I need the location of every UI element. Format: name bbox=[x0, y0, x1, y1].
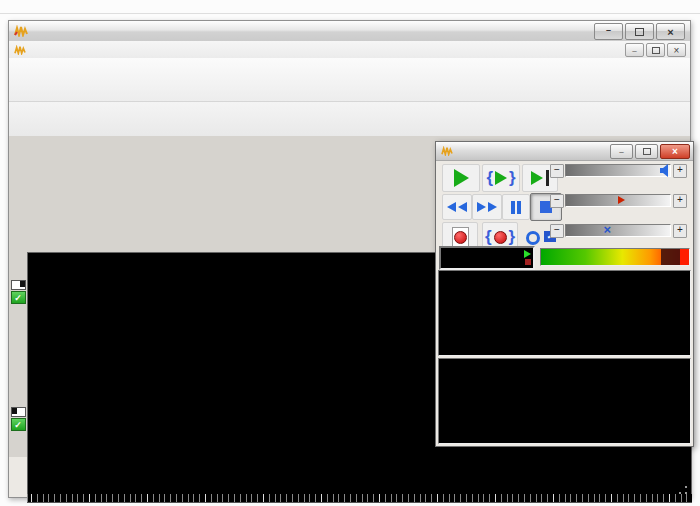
close-button[interactable] bbox=[656, 23, 685, 40]
play-selection-button[interactable]: {} bbox=[482, 164, 520, 192]
channel-2-fader[interactable] bbox=[11, 407, 26, 417]
speed-slider[interactable]: × bbox=[565, 224, 671, 237]
time-display bbox=[439, 246, 535, 270]
menu-bar bbox=[9, 41, 690, 59]
playback-status-icons bbox=[524, 250, 531, 265]
fast-forward-icon bbox=[477, 202, 486, 212]
record-standby-icon bbox=[525, 259, 531, 265]
fast-forward-button[interactable] bbox=[472, 194, 502, 220]
control-panel-icon bbox=[441, 146, 453, 156]
play-button[interactable] bbox=[442, 164, 480, 192]
rewind-button[interactable] bbox=[442, 194, 472, 220]
record-icon bbox=[452, 227, 469, 248]
maximize-button[interactable] bbox=[625, 23, 654, 40]
rewind-icon bbox=[447, 202, 456, 212]
mdi-close-button[interactable] bbox=[667, 43, 686, 57]
panel-maximize-button[interactable] bbox=[635, 144, 658, 159]
speed-plus-button[interactable]: + bbox=[673, 224, 687, 238]
title-bar[interactable] bbox=[9, 21, 690, 42]
channel-1-enable-checkbox[interactable]: ✓ bbox=[11, 291, 26, 304]
spectrum-analyzer-right bbox=[438, 358, 691, 444]
balance-marker-icon bbox=[618, 196, 625, 204]
minimize-button[interactable] bbox=[594, 23, 623, 40]
control-panel-titlebar[interactable] bbox=[436, 142, 693, 161]
mdi-minimize-button[interactable] bbox=[625, 43, 644, 57]
main-time-axis bbox=[27, 502, 692, 506]
panel-minimize-button[interactable] bbox=[610, 144, 633, 159]
panel-close-button[interactable] bbox=[660, 144, 690, 159]
goldwave-app-icon bbox=[14, 25, 28, 37]
mdi-restore-button[interactable] bbox=[646, 43, 665, 57]
volume-plus-button[interactable]: + bbox=[673, 164, 687, 178]
maximize-icon bbox=[635, 28, 644, 36]
tools-toolbar bbox=[9, 102, 690, 136]
main-toolbar bbox=[9, 58, 690, 102]
mdi-restore-icon bbox=[652, 47, 660, 54]
volume-speaker-icon bbox=[659, 164, 672, 177]
play-end-icon bbox=[531, 171, 543, 185]
brace-icon: { bbox=[486, 170, 493, 186]
channel-2-controls[interactable]: ✓ bbox=[10, 407, 26, 432]
level-meter-peak-block bbox=[661, 249, 680, 265]
channel-1-fader[interactable] bbox=[11, 280, 26, 290]
playing-icon bbox=[524, 250, 531, 258]
balance-minus-button[interactable]: − bbox=[550, 194, 564, 208]
speed-minus-button[interactable]: − bbox=[550, 224, 564, 238]
balance-plus-button[interactable]: + bbox=[673, 194, 687, 208]
frame-line bbox=[0, 13, 700, 14]
control-panel-window: {} {} ✓ − + − + − × + bbox=[435, 141, 694, 447]
channel-2-enable-checkbox[interactable]: ✓ bbox=[11, 418, 26, 431]
record-selection-icon bbox=[494, 231, 507, 244]
balance-slider[interactable] bbox=[565, 194, 671, 207]
play-icon bbox=[454, 169, 469, 187]
pause-button[interactable] bbox=[502, 194, 530, 220]
volume-slider[interactable] bbox=[565, 164, 671, 177]
level-meter bbox=[540, 248, 690, 266]
goldwave-window: ✓ ✓ bbox=[8, 20, 691, 498]
resize-grip[interactable] bbox=[678, 485, 688, 495]
monitor-indicator-icon[interactable] bbox=[526, 231, 540, 245]
spectrum-analyzer-left bbox=[438, 270, 691, 356]
document-icon bbox=[14, 45, 26, 55]
pause-icon bbox=[511, 201, 515, 214]
channel-1-controls[interactable]: ✓ bbox=[10, 280, 26, 305]
speed-marker-icon: × bbox=[603, 222, 611, 237]
time-tick-strip bbox=[27, 494, 692, 502]
volume-minus-button[interactable]: − bbox=[550, 164, 564, 178]
desktop: ✓ ✓ bbox=[0, 0, 700, 506]
